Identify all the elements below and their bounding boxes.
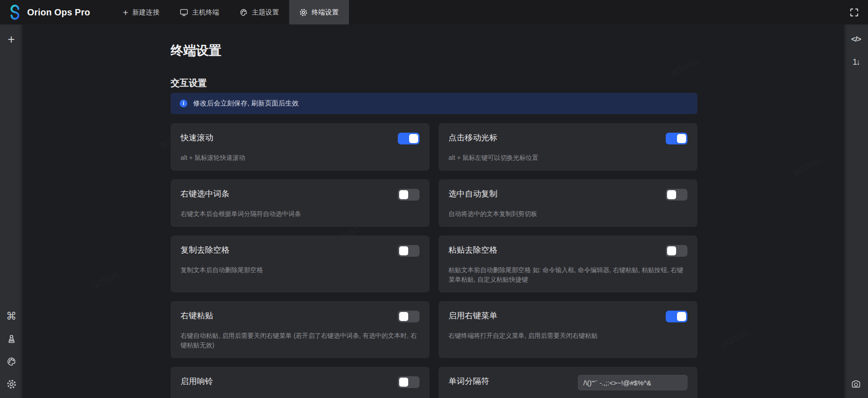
setting-card-right-click-paste: 右键粘贴 右键自动粘贴, 启用后需要关闭右键菜单 (若开启了右键选中词条, 有选… xyxy=(171,301,429,358)
toggle-selection-auto-copy[interactable] xyxy=(666,189,687,201)
info-icon: i xyxy=(180,100,187,107)
palette-icon[interactable] xyxy=(4,354,19,369)
toggle-enable-bell[interactable] xyxy=(398,376,420,388)
toggle-fast-scroll[interactable] xyxy=(398,133,420,144)
stamp-icon[interactable] xyxy=(4,331,19,346)
nav-label: 主题设置 xyxy=(252,8,279,17)
toggle-click-move-cursor[interactable] xyxy=(666,133,687,144)
setting-title: 快速滚动 xyxy=(181,132,420,144)
code-view-icon[interactable]: </> xyxy=(849,32,864,47)
setting-card-selection-auto-copy: 选中自动复制 自动将选中的文本复制到剪切板 xyxy=(439,179,697,227)
setting-card-enable-bell: 启用响铃 系统接收到 \a 时发出响铃(一般不用开启) xyxy=(171,367,429,398)
setting-title: 启用响铃 xyxy=(181,376,420,387)
plus-icon: + xyxy=(123,8,128,17)
setting-card-fast-scroll: 快速滚动 alt + 鼠标滚轮快速滚动 xyxy=(171,123,429,171)
topbar-right xyxy=(846,0,868,24)
gear-icon[interactable] xyxy=(4,376,19,392)
toggle-knob xyxy=(399,246,408,255)
setting-title: 选中自动复制 xyxy=(448,188,687,200)
toggle-knob xyxy=(677,312,686,321)
toggle-knob xyxy=(667,246,676,255)
setting-description: 自动将选中的文本复制到剪切板 xyxy=(448,209,687,219)
toggle-copy-trim-space[interactable] xyxy=(398,245,420,257)
toggle-knob xyxy=(399,190,408,199)
setting-description: 右键文本后会根据单词分隔符自动选中词条 xyxy=(181,209,420,219)
setting-description: alt + 鼠标滚轮快速滚动 xyxy=(181,153,420,163)
setting-card-click-move-cursor: 点击移动光标 alt + 鼠标左键可以切换光标位置 xyxy=(439,123,697,171)
setting-title: 点击移动光标 xyxy=(448,132,687,144)
command-shortcut-icon[interactable]: ⌘ xyxy=(4,308,19,324)
plus-icon: + xyxy=(8,33,15,47)
save-notice-banner: i 修改后会立刻保存, 刷新页面后生效 xyxy=(171,93,697,114)
right-rail: </> 1↓ xyxy=(844,24,868,398)
toggle-enable-context-menu[interactable] xyxy=(666,311,687,322)
setting-card-enable-context-menu: 启用右键菜单 右键终端将打开自定义菜单, 启用后需要关闭右键粘贴 xyxy=(439,301,697,358)
left-rail: + ⌘ xyxy=(0,24,23,398)
settings-grid: 快速滚动 alt + 鼠标滚轮快速滚动 点击移动光标 alt + 鼠标左键可以切… xyxy=(171,123,697,398)
top-nav: + 新建连接 主机终端 主题设置 终端设置 xyxy=(113,0,348,24)
gear-icon xyxy=(299,8,308,17)
top-bar: Orion Ops Pro + 新建连接 主机终端 主题设置 xyxy=(0,0,868,24)
toggle-knob xyxy=(399,378,408,387)
watermark-text: admin xyxy=(718,326,750,350)
nav-terminal-settings[interactable]: 终端设置 xyxy=(289,0,349,24)
setting-card-word-separator: 单词分隔符 xyxy=(439,367,697,398)
notice-text: 修改后会立刻保存, 刷新页面后生效 xyxy=(193,99,299,108)
setting-title: 粘贴去除空格 xyxy=(448,245,687,256)
toggle-knob xyxy=(667,190,676,199)
toggle-right-click-paste[interactable] xyxy=(398,311,420,322)
setting-title: 启用右键菜单 xyxy=(448,310,687,321)
toggle-knob xyxy=(409,134,418,143)
toggle-paste-trim-space[interactable] xyxy=(666,245,687,257)
screenshot-camera-icon[interactable] xyxy=(849,376,864,392)
nav-label: 新建连接 xyxy=(133,8,160,17)
section-title: 交互设置 xyxy=(171,77,697,89)
nav-new-connection[interactable]: + 新建连接 xyxy=(113,0,169,24)
nav-label: 主机终端 xyxy=(192,8,219,17)
toggle-knob xyxy=(399,312,408,321)
toggle-right-click-select-word[interactable] xyxy=(398,189,420,201)
setting-description: 右键自动粘贴, 启用后需要关闭右键菜单 (若开启了右键选中词条, 有选中的文本时… xyxy=(181,331,420,350)
main-content: admin admin admin admin admin admin admi… xyxy=(23,24,844,398)
fullscreen-icon[interactable] xyxy=(846,5,862,20)
setting-description: 复制文本后自动删除尾部空格 xyxy=(181,265,420,275)
nav-host-terminal[interactable]: 主机终端 xyxy=(170,0,229,24)
setting-title: 右键粘贴 xyxy=(181,310,420,321)
setting-title: 右键选中词条 xyxy=(181,188,420,200)
nav-theme-settings[interactable]: 主题设置 xyxy=(229,0,289,24)
nav-label: 终端设置 xyxy=(312,8,339,17)
app-title: Orion Ops Pro xyxy=(27,7,90,18)
line-sort-icon[interactable]: 1↓ xyxy=(849,54,864,70)
setting-description: 右键终端将打开自定义菜单, 启用后需要关闭右键粘贴 xyxy=(448,331,687,340)
input-word-separator[interactable] xyxy=(578,375,687,390)
setting-card-copy-trim-space: 复制去除空格 复制文本后自动删除尾部空格 xyxy=(171,235,429,293)
setting-card-paste-trim-space: 粘贴去除空格 粘贴文本前自动删除尾部空格 如: 命令输入框, 命令编辑器, 右键… xyxy=(439,235,697,293)
watermark-text: admin xyxy=(89,268,121,292)
brand: Orion Ops Pro xyxy=(0,0,99,24)
app-logo-icon xyxy=(7,5,23,20)
monitor-icon xyxy=(180,8,188,17)
setting-title: 复制去除空格 xyxy=(181,245,420,256)
setting-card-right-click-select-word: 右键选中词条 右键文本后会根据单词分隔符自动选中词条 xyxy=(171,179,429,227)
setting-description: 粘贴文本前自动删除尾部空格 如: 命令输入框, 命令编辑器, 右键粘贴, 粘贴按… xyxy=(448,265,687,284)
add-tab-button[interactable]: + xyxy=(4,32,19,47)
setting-description: alt + 鼠标左键可以切换光标位置 xyxy=(448,153,687,163)
watermark-text: admin xyxy=(791,154,823,178)
palette-icon xyxy=(239,8,248,17)
toggle-knob xyxy=(677,134,686,143)
page-title: 终端设置 xyxy=(171,43,697,59)
